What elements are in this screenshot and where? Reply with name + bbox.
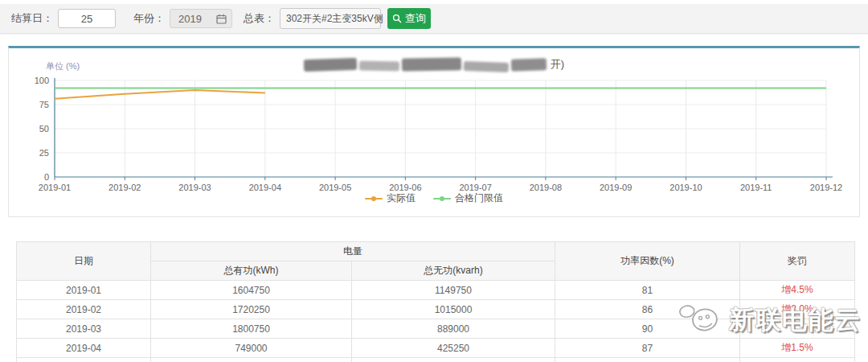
meter-label: 总表： xyxy=(244,11,275,26)
chart-title-tail: 开) xyxy=(551,57,564,72)
svg-text:2019-02: 2019-02 xyxy=(108,183,141,191)
cell-active xyxy=(151,358,352,362)
cell-date xyxy=(17,358,151,362)
cell-reward xyxy=(740,319,855,339)
table-row: 2019-021720250101500086增2.0% xyxy=(17,300,855,319)
cell-pf: 90 xyxy=(555,319,740,339)
cell-active: 1720250 xyxy=(151,300,352,319)
cell-reward xyxy=(740,358,855,362)
col-header-energy: 电量 xyxy=(151,242,555,261)
cell-pf: 81 xyxy=(555,281,740,300)
cell-reward: 增4.5% xyxy=(740,281,855,300)
cell-reactive: 889000 xyxy=(352,319,555,339)
table-section: 日期 电量 功率因数(%) 奖罚 总有功(kWh) 总无功(kvarh) 201… xyxy=(16,241,854,362)
table-row: 2019-0474900042525087增1.5% xyxy=(17,339,855,358)
year-value: 2019 xyxy=(178,13,202,25)
col-header-active: 总有功(kWh) xyxy=(151,261,352,281)
svg-text:100: 100 xyxy=(35,77,49,85)
col-header-date: 日期 xyxy=(17,242,151,281)
cell-pf xyxy=(555,358,740,362)
cell-active: 749000 xyxy=(151,339,352,358)
svg-text:50: 50 xyxy=(39,124,49,134)
cell-active: 1800750 xyxy=(151,319,352,339)
cell-pf: 86 xyxy=(555,300,740,319)
query-button[interactable]: 查询 xyxy=(387,8,431,29)
cell-reward: 增1.5% xyxy=(740,339,855,358)
year-input[interactable]: 2019 xyxy=(170,9,232,28)
year-label: 年份： xyxy=(133,11,165,26)
toolbar: 结算日： 年份： 2019 总表： 302开关#2主变35kV侧 ▼ 查询 xyxy=(0,4,868,34)
legend-marker-threshold xyxy=(433,198,451,200)
legend-item-actual[interactable]: 实际值 xyxy=(365,191,416,205)
y-axis-unit-label: 单位 (%) xyxy=(46,60,80,72)
svg-text:75: 75 xyxy=(39,100,49,109)
calendar-icon[interactable] xyxy=(216,14,227,24)
table-row xyxy=(17,358,855,362)
meter-select[interactable]: 302开关#2主变35kV侧 ▼ xyxy=(280,8,381,29)
cell-pf: 87 xyxy=(555,339,740,358)
table-row: 2019-03180075088900090 xyxy=(17,319,855,339)
cell-date: 2019-01 xyxy=(17,281,151,300)
svg-text:2019-11: 2019-11 xyxy=(740,183,772,191)
settlement-day-input[interactable] xyxy=(58,9,116,28)
svg-text:2019-09: 2019-09 xyxy=(600,183,632,191)
chart-card: 开) 单位 (%) 02550751002019-012019-022019-0… xyxy=(8,46,860,217)
cell-reactive: 425250 xyxy=(352,339,555,358)
svg-text:2019-06: 2019-06 xyxy=(389,183,421,191)
svg-text:2019-08: 2019-08 xyxy=(530,183,562,191)
page: 结算日： 年份： 2019 总表： 302开关#2主变35kV侧 ▼ 查询 xyxy=(0,0,868,362)
cell-date: 2019-02 xyxy=(17,300,151,319)
col-header-power-factor: 功率因数(%) xyxy=(555,242,740,281)
legend-item-threshold[interactable]: 合格门限值 xyxy=(433,191,503,205)
svg-text:2019-12: 2019-12 xyxy=(810,183,842,191)
cell-date: 2019-04 xyxy=(17,339,151,358)
cell-reactive xyxy=(352,358,555,362)
line-chart: 02550751002019-012019-022019-032019-0420… xyxy=(9,77,858,191)
svg-text:2019-04: 2019-04 xyxy=(249,183,281,191)
svg-text:0: 0 xyxy=(44,172,49,182)
chart-legend: 实际值 合格门限值 xyxy=(9,191,859,205)
data-table: 日期 电量 功率因数(%) 奖罚 总有功(kWh) 总无功(kvarh) 201… xyxy=(16,241,855,362)
svg-text:2019-05: 2019-05 xyxy=(319,183,351,191)
cell-reactive: 1149750 xyxy=(352,281,555,300)
cell-date: 2019-03 xyxy=(17,319,151,339)
legend-label-threshold: 合格门限值 xyxy=(455,191,503,205)
col-header-reward: 奖罚 xyxy=(740,242,855,281)
cell-reactive: 1015000 xyxy=(352,300,555,319)
svg-text:2019-01: 2019-01 xyxy=(39,183,71,191)
svg-text:2019-03: 2019-03 xyxy=(178,183,211,191)
legend-marker-actual xyxy=(365,198,383,200)
cell-active: 1604750 xyxy=(151,281,352,300)
chart-title-redacted: 开) xyxy=(9,54,859,75)
legend-label-actual: 实际值 xyxy=(387,191,416,205)
table-row: 2019-011604750114975081增4.5% xyxy=(17,281,855,300)
settlement-day-label: 结算日： xyxy=(11,11,53,26)
query-button-label: 查询 xyxy=(405,11,426,26)
search-icon xyxy=(392,14,402,23)
meter-select-value: 302开关#2主变35kV侧 xyxy=(286,12,383,26)
col-header-reactive: 总无功(kvarh) xyxy=(352,261,555,281)
svg-text:2019-07: 2019-07 xyxy=(459,183,491,191)
cell-reward: 增2.0% xyxy=(740,300,855,319)
svg-text:2019-10: 2019-10 xyxy=(669,183,702,191)
svg-text:25: 25 xyxy=(39,148,49,158)
